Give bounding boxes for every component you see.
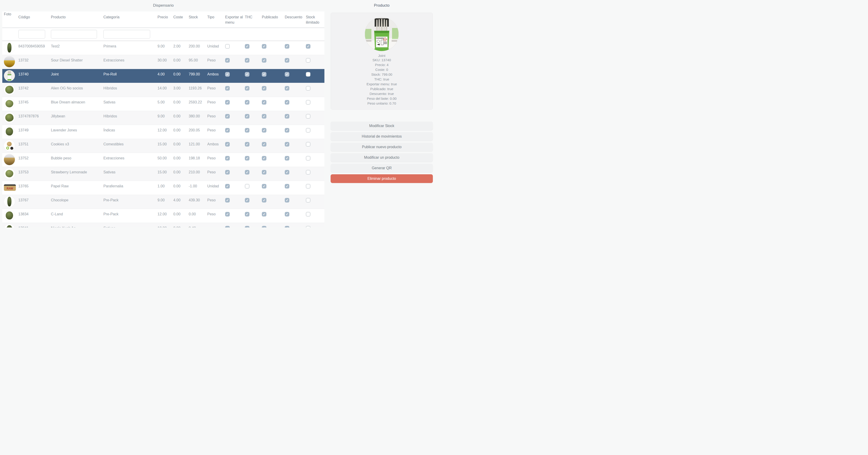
checkbox-publicado[interactable] [262, 156, 267, 160]
checkbox-stock-ilimitado[interactable] [306, 142, 310, 147]
checkbox-stock-ilimitado[interactable] [306, 44, 310, 49]
checkbox-thc[interactable] [245, 58, 249, 63]
cell-exportar [225, 41, 245, 55]
checkbox-thc[interactable] [245, 156, 249, 160]
checkbox-descuento[interactable] [285, 198, 289, 203]
modificar-stock-button[interactable]: Modificar Stock [331, 122, 433, 130]
checkbox-publicado[interactable] [262, 226, 267, 228]
checkbox-thc[interactable] [245, 114, 249, 119]
checkbox-thc[interactable] [245, 44, 249, 49]
checkbox-stock-ilimitado[interactable] [306, 156, 310, 160]
checkbox-thc[interactable] [245, 170, 249, 175]
checkbox-thc[interactable] [245, 226, 249, 228]
checkbox-publicado[interactable] [262, 128, 267, 132]
table-row[interactable]: 13765 Papel Raw Parafernalia 1.00 0.00 -… [2, 181, 324, 195]
checkbox-publicado[interactable] [262, 212, 267, 216]
checkbox-stock-ilimitado[interactable] [306, 100, 310, 104]
checkbox-exportar-al-menu[interactable] [225, 44, 230, 49]
checkbox-descuento[interactable] [285, 114, 289, 119]
checkbox-descuento[interactable] [285, 100, 289, 104]
modificar-un-producto-button[interactable]: Modificar un producto [331, 153, 433, 162]
checkbox-stock-ilimitado[interactable] [306, 198, 310, 203]
checkbox-exportar-al-menu[interactable] [225, 86, 230, 91]
checkbox-thc[interactable] [245, 128, 249, 132]
historial-de-movimientos-button[interactable]: Historial de movimientos [331, 132, 433, 141]
checkbox-stock-ilimitado[interactable] [306, 58, 310, 63]
checkbox-publicado[interactable] [262, 198, 267, 203]
checkbox-exportar-al-menu[interactable] [225, 212, 230, 216]
table-row[interactable]: 13745 Blue Dream almacen Sativas 5.00 0.… [2, 97, 324, 111]
checkbox-descuento[interactable] [285, 184, 289, 188]
checkbox-publicado[interactable] [262, 170, 267, 175]
table-row[interactable]: 13751 Cookies x3 Comestibles 15.00 0.00 … [2, 139, 324, 153]
checkbox-descuento[interactable] [285, 86, 289, 91]
publicar-nuevo-producto-button[interactable]: Publicar nuevo producto [331, 143, 433, 151]
checkbox-publicado[interactable] [262, 114, 267, 119]
checkbox-thc[interactable] [245, 198, 249, 203]
checkbox-publicado[interactable] [262, 86, 267, 91]
checkbox-publicado[interactable] [262, 44, 267, 49]
checkbox-stock-ilimitado[interactable] [306, 212, 310, 216]
checkbox-thc[interactable] [245, 184, 249, 188]
checkbox-publicado[interactable] [262, 184, 267, 188]
checkbox-thc[interactable] [245, 142, 249, 147]
cell-tipo: Peso [207, 83, 225, 97]
checkbox-descuento[interactable] [285, 170, 289, 175]
table-row[interactable]: 13742 Alien OG No socios Híbridos 14.00 … [2, 83, 324, 97]
checkbox-descuento[interactable] [285, 58, 289, 63]
cell-tipo: Peso [207, 125, 225, 139]
checkbox-exportar-al-menu[interactable] [225, 72, 230, 77]
checkbox-stock-ilimitado[interactable] [306, 86, 310, 91]
checkbox-stock-ilimitado[interactable] [306, 226, 310, 228]
checkbox-exportar-al-menu[interactable] [225, 198, 230, 203]
checkbox-publicado[interactable] [262, 100, 267, 104]
checkbox-thc[interactable] [245, 212, 249, 216]
table-row[interactable]: 13732 Sour Diesel Shatter Extracciones 3… [2, 55, 324, 69]
checkbox-publicado[interactable] [262, 72, 267, 77]
checkbox-exportar-al-menu[interactable] [225, 184, 230, 188]
checkbox-thc[interactable] [245, 72, 249, 77]
checkbox-thc[interactable] [245, 86, 249, 91]
checkbox-descuento[interactable] [285, 72, 289, 77]
checkbox-descuento[interactable] [285, 156, 289, 160]
checkbox-publicado[interactable] [262, 142, 267, 147]
table-row[interactable]: 13841 Nicole Kush 1g Sativas 10.00 0.00 … [2, 223, 324, 228]
cell-publicado [262, 69, 285, 83]
checkbox-descuento[interactable] [285, 142, 289, 147]
filter-codigo-input[interactable] [18, 30, 45, 38]
checkbox-stock-ilimitado[interactable] [306, 128, 310, 132]
products-table: FotoCódigoProductoCategoríaPrecioCosteSt… [2, 11, 324, 228]
checkbox-descuento[interactable] [285, 44, 289, 49]
checkbox-thc[interactable] [245, 100, 249, 104]
checkbox-exportar-al-menu[interactable] [225, 156, 230, 160]
generar-qr-button[interactable]: Generar QR [331, 164, 433, 173]
checkbox-publicado[interactable] [262, 58, 267, 63]
checkbox-exportar-al-menu[interactable] [225, 128, 230, 132]
table-row[interactable]: 8437008459059 Test2 Primera 9.00 2.00 20… [2, 41, 324, 55]
checkbox-exportar-al-menu[interactable] [225, 226, 230, 228]
checkbox-exportar-al-menu[interactable] [225, 58, 230, 63]
cell-coste: 2.00 [173, 41, 189, 55]
column-header-categoria: Categoría [103, 11, 157, 28]
table-row[interactable]: 13749 Lavender Jones Índicas 12.00 0.00 … [2, 125, 324, 139]
checkbox-exportar-al-menu[interactable] [225, 170, 230, 175]
checkbox-stock-ilimitado[interactable] [306, 114, 310, 119]
filter-categoria-input[interactable] [103, 30, 150, 38]
table-row[interactable]: 1374787876 Jillybean Híbridos 9.00 0.00 … [2, 111, 324, 125]
table-row[interactable]: 13767 Chocolope Pre-Pack 9.00 4.00 439.3… [2, 195, 324, 209]
checkbox-descuento[interactable] [285, 128, 289, 132]
table-row[interactable]: 13753 Strawberry Lemonade Sativas 15.00 … [2, 167, 324, 181]
checkbox-descuento[interactable] [285, 212, 289, 216]
checkbox-descuento[interactable] [285, 226, 289, 228]
checkbox-exportar-al-menu[interactable] [225, 142, 230, 147]
checkbox-stock-ilimitado[interactable] [306, 184, 310, 188]
table-row[interactable]: 13834 C-Land Pre-Pack 12.00 0.00 0.00 Pe… [2, 209, 324, 223]
table-row[interactable]: 13752 Bubble peso Extracciones 50.00 0.0… [2, 153, 324, 167]
checkbox-exportar-al-menu[interactable] [225, 114, 230, 119]
filter-producto-input[interactable] [51, 30, 97, 38]
checkbox-stock-ilimitado[interactable] [306, 170, 310, 175]
checkbox-exportar-al-menu[interactable] [225, 100, 230, 104]
checkbox-stock-ilimitado[interactable] [306, 72, 310, 77]
table-row[interactable]: 13740 Joint Pre-Roll 4.00 0.00 799.00 Am… [2, 69, 324, 83]
eliminar-producto-button[interactable]: Eliminar producto [331, 174, 433, 183]
